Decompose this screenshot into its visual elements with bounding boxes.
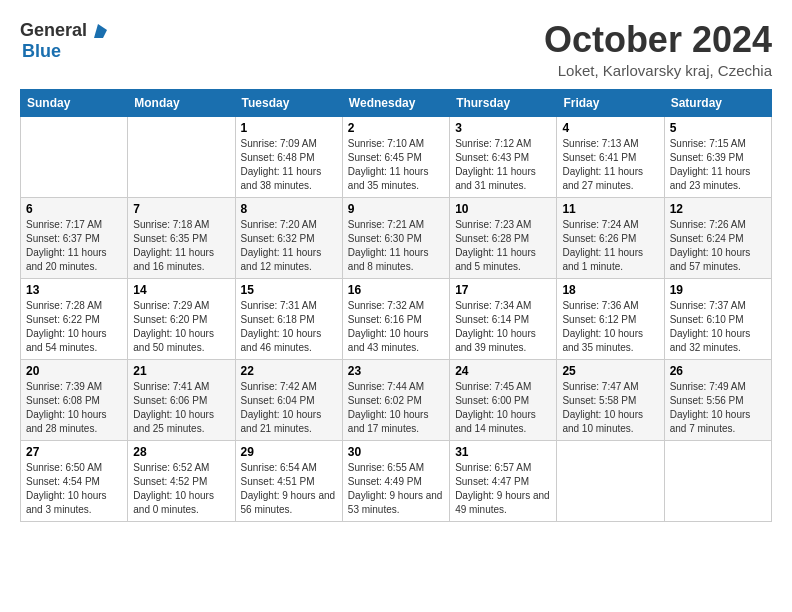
day-number: 13 <box>26 283 122 297</box>
calendar-cell: 16Sunrise: 7:32 AM Sunset: 6:16 PM Dayli… <box>342 278 449 359</box>
day-number: 15 <box>241 283 337 297</box>
day-detail: Sunrise: 7:17 AM Sunset: 6:37 PM Dayligh… <box>26 218 122 274</box>
day-detail: Sunrise: 7:10 AM Sunset: 6:45 PM Dayligh… <box>348 137 444 193</box>
day-detail: Sunrise: 7:42 AM Sunset: 6:04 PM Dayligh… <box>241 380 337 436</box>
calendar-cell: 25Sunrise: 7:47 AM Sunset: 5:58 PM Dayli… <box>557 359 664 440</box>
day-number: 11 <box>562 202 658 216</box>
calendar-header-row: SundayMondayTuesdayWednesdayThursdayFrid… <box>21 89 772 116</box>
calendar-cell: 26Sunrise: 7:49 AM Sunset: 5:56 PM Dayli… <box>664 359 771 440</box>
month-title: October 2024 <box>544 20 772 60</box>
day-number: 23 <box>348 364 444 378</box>
weekday-header: Thursday <box>450 89 557 116</box>
weekday-header: Saturday <box>664 89 771 116</box>
logo-general: General <box>20 20 87 41</box>
day-detail: Sunrise: 7:26 AM Sunset: 6:24 PM Dayligh… <box>670 218 766 274</box>
day-number: 31 <box>455 445 551 459</box>
calendar-cell: 31Sunrise: 6:57 AM Sunset: 4:47 PM Dayli… <box>450 440 557 521</box>
day-number: 19 <box>670 283 766 297</box>
calendar-cell: 2Sunrise: 7:10 AM Sunset: 6:45 PM Daylig… <box>342 116 449 197</box>
logo-icon <box>89 22 107 40</box>
header: General Blue October 2024 Loket, Karlova… <box>20 20 772 79</box>
calendar-cell: 1Sunrise: 7:09 AM Sunset: 6:48 PM Daylig… <box>235 116 342 197</box>
day-detail: Sunrise: 7:13 AM Sunset: 6:41 PM Dayligh… <box>562 137 658 193</box>
day-number: 6 <box>26 202 122 216</box>
day-detail: Sunrise: 7:36 AM Sunset: 6:12 PM Dayligh… <box>562 299 658 355</box>
calendar: SundayMondayTuesdayWednesdayThursdayFrid… <box>20 89 772 522</box>
calendar-cell: 6Sunrise: 7:17 AM Sunset: 6:37 PM Daylig… <box>21 197 128 278</box>
calendar-cell: 7Sunrise: 7:18 AM Sunset: 6:35 PM Daylig… <box>128 197 235 278</box>
day-number: 21 <box>133 364 229 378</box>
calendar-cell: 15Sunrise: 7:31 AM Sunset: 6:18 PM Dayli… <box>235 278 342 359</box>
logo: General Blue <box>20 20 107 62</box>
day-detail: Sunrise: 7:49 AM Sunset: 5:56 PM Dayligh… <box>670 380 766 436</box>
calendar-cell: 9Sunrise: 7:21 AM Sunset: 6:30 PM Daylig… <box>342 197 449 278</box>
day-number: 30 <box>348 445 444 459</box>
day-detail: Sunrise: 6:57 AM Sunset: 4:47 PM Dayligh… <box>455 461 551 517</box>
day-detail: Sunrise: 6:54 AM Sunset: 4:51 PM Dayligh… <box>241 461 337 517</box>
title-area: October 2024 Loket, Karlovarsky kraj, Cz… <box>544 20 772 79</box>
calendar-cell: 22Sunrise: 7:42 AM Sunset: 6:04 PM Dayli… <box>235 359 342 440</box>
calendar-cell: 28Sunrise: 6:52 AM Sunset: 4:52 PM Dayli… <box>128 440 235 521</box>
calendar-cell <box>21 116 128 197</box>
calendar-week-row: 27Sunrise: 6:50 AM Sunset: 4:54 PM Dayli… <box>21 440 772 521</box>
weekday-header: Sunday <box>21 89 128 116</box>
calendar-week-row: 20Sunrise: 7:39 AM Sunset: 6:08 PM Dayli… <box>21 359 772 440</box>
calendar-week-row: 6Sunrise: 7:17 AM Sunset: 6:37 PM Daylig… <box>21 197 772 278</box>
day-number: 5 <box>670 121 766 135</box>
weekday-header: Wednesday <box>342 89 449 116</box>
calendar-cell <box>128 116 235 197</box>
day-number: 8 <box>241 202 337 216</box>
day-number: 22 <box>241 364 337 378</box>
calendar-cell: 29Sunrise: 6:54 AM Sunset: 4:51 PM Dayli… <box>235 440 342 521</box>
day-detail: Sunrise: 7:29 AM Sunset: 6:20 PM Dayligh… <box>133 299 229 355</box>
day-detail: Sunrise: 7:45 AM Sunset: 6:00 PM Dayligh… <box>455 380 551 436</box>
day-detail: Sunrise: 7:41 AM Sunset: 6:06 PM Dayligh… <box>133 380 229 436</box>
calendar-cell: 17Sunrise: 7:34 AM Sunset: 6:14 PM Dayli… <box>450 278 557 359</box>
calendar-cell: 4Sunrise: 7:13 AM Sunset: 6:41 PM Daylig… <box>557 116 664 197</box>
day-detail: Sunrise: 7:47 AM Sunset: 5:58 PM Dayligh… <box>562 380 658 436</box>
day-number: 27 <box>26 445 122 459</box>
calendar-cell: 23Sunrise: 7:44 AM Sunset: 6:02 PM Dayli… <box>342 359 449 440</box>
day-number: 17 <box>455 283 551 297</box>
day-number: 20 <box>26 364 122 378</box>
calendar-cell: 12Sunrise: 7:26 AM Sunset: 6:24 PM Dayli… <box>664 197 771 278</box>
calendar-cell: 20Sunrise: 7:39 AM Sunset: 6:08 PM Dayli… <box>21 359 128 440</box>
calendar-cell: 27Sunrise: 6:50 AM Sunset: 4:54 PM Dayli… <box>21 440 128 521</box>
calendar-body: 1Sunrise: 7:09 AM Sunset: 6:48 PM Daylig… <box>21 116 772 521</box>
day-detail: Sunrise: 7:32 AM Sunset: 6:16 PM Dayligh… <box>348 299 444 355</box>
day-number: 26 <box>670 364 766 378</box>
day-number: 9 <box>348 202 444 216</box>
day-detail: Sunrise: 7:37 AM Sunset: 6:10 PM Dayligh… <box>670 299 766 355</box>
calendar-cell: 14Sunrise: 7:29 AM Sunset: 6:20 PM Dayli… <box>128 278 235 359</box>
day-detail: Sunrise: 7:28 AM Sunset: 6:22 PM Dayligh… <box>26 299 122 355</box>
day-number: 2 <box>348 121 444 135</box>
day-number: 1 <box>241 121 337 135</box>
day-detail: Sunrise: 7:21 AM Sunset: 6:30 PM Dayligh… <box>348 218 444 274</box>
calendar-week-row: 1Sunrise: 7:09 AM Sunset: 6:48 PM Daylig… <box>21 116 772 197</box>
weekday-header: Tuesday <box>235 89 342 116</box>
day-number: 14 <box>133 283 229 297</box>
weekday-header: Monday <box>128 89 235 116</box>
day-detail: Sunrise: 6:52 AM Sunset: 4:52 PM Dayligh… <box>133 461 229 517</box>
calendar-cell: 18Sunrise: 7:36 AM Sunset: 6:12 PM Dayli… <box>557 278 664 359</box>
calendar-cell: 5Sunrise: 7:15 AM Sunset: 6:39 PM Daylig… <box>664 116 771 197</box>
day-number: 18 <box>562 283 658 297</box>
calendar-cell: 30Sunrise: 6:55 AM Sunset: 4:49 PM Dayli… <box>342 440 449 521</box>
day-number: 25 <box>562 364 658 378</box>
calendar-cell: 8Sunrise: 7:20 AM Sunset: 6:32 PM Daylig… <box>235 197 342 278</box>
day-detail: Sunrise: 7:09 AM Sunset: 6:48 PM Dayligh… <box>241 137 337 193</box>
calendar-week-row: 13Sunrise: 7:28 AM Sunset: 6:22 PM Dayli… <box>21 278 772 359</box>
day-number: 3 <box>455 121 551 135</box>
day-detail: Sunrise: 7:39 AM Sunset: 6:08 PM Dayligh… <box>26 380 122 436</box>
calendar-cell: 24Sunrise: 7:45 AM Sunset: 6:00 PM Dayli… <box>450 359 557 440</box>
day-detail: Sunrise: 7:23 AM Sunset: 6:28 PM Dayligh… <box>455 218 551 274</box>
calendar-cell <box>557 440 664 521</box>
day-number: 24 <box>455 364 551 378</box>
day-detail: Sunrise: 7:44 AM Sunset: 6:02 PM Dayligh… <box>348 380 444 436</box>
day-number: 16 <box>348 283 444 297</box>
day-detail: Sunrise: 7:15 AM Sunset: 6:39 PM Dayligh… <box>670 137 766 193</box>
day-number: 28 <box>133 445 229 459</box>
calendar-cell: 21Sunrise: 7:41 AM Sunset: 6:06 PM Dayli… <box>128 359 235 440</box>
day-number: 29 <box>241 445 337 459</box>
day-detail: Sunrise: 7:34 AM Sunset: 6:14 PM Dayligh… <box>455 299 551 355</box>
